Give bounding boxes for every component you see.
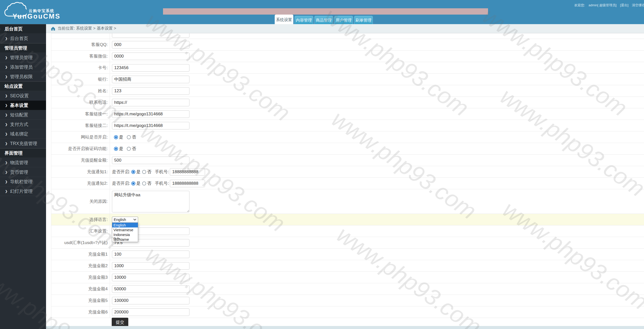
amount1-input[interactable] (112, 251, 189, 258)
form-row-captcha: 是否开启验证码功能: 是 否 (51, 143, 644, 155)
tab-order-manage[interactable]: 刷单管理 (354, 16, 373, 24)
form-row-amount6: 充值金额6 (51, 306, 644, 318)
sidebar-item-domain-bind[interactable]: ❯域名绑定 (0, 129, 46, 139)
field-label: 客服微信: (51, 51, 108, 62)
chevron-right-icon: ❯ (5, 142, 8, 145)
breadcrumb-text: 当前位置: 系统设置 > 基本设置 > (58, 26, 116, 31)
sidebar-item-admin-manage[interactable]: ❯管理员管理 (0, 53, 46, 62)
sidebar-item-add-admin[interactable]: ❯添加管理员 (0, 62, 46, 72)
notify2-no-radio[interactable] (142, 181, 146, 185)
form-row-amount3: 充值金额3 (51, 272, 644, 283)
field-label: 网站是否开启: (51, 131, 108, 143)
chevron-right-icon: ❯ (5, 104, 8, 107)
home-icon[interactable] (51, 26, 56, 31)
field-label: 充值通知1: (51, 166, 108, 177)
tab-goods-manage[interactable]: 商品管理 (314, 16, 333, 24)
field-label: 充值金额5 (51, 295, 108, 306)
field-label: usdt汇率(1usdt=?卢比) (51, 237, 108, 248)
amount2-input[interactable] (112, 262, 189, 270)
chevron-right-icon: ❯ (5, 65, 8, 69)
field-label: 充值金额6 (51, 306, 108, 318)
form-row-close-reason: 关闭原因: 网站升级中aa (51, 189, 644, 214)
language-option-hindi[interactable]: हिंदीName (112, 237, 138, 242)
field-label: 充值金额3 (51, 272, 108, 283)
chevron-right-icon: ❯ (5, 94, 8, 98)
contact-phone-input[interactable] (112, 99, 189, 106)
field-label: 姓名: (51, 85, 108, 97)
language-select[interactable]: English (112, 217, 138, 223)
sidebar-item-logistics[interactable]: ❯物流管理 (0, 158, 46, 167)
sidebar-section-ui-manage: 界面管理 (0, 148, 46, 158)
close-reason-textarea[interactable]: 网站升级中aa (112, 191, 189, 212)
chevron-down-icon (133, 219, 136, 221)
form-row-service-link2: 客服链接二: (51, 120, 644, 131)
sidebar-item-currency[interactable]: ❯货币管理 (0, 167, 46, 177)
captcha-no-radio[interactable] (127, 147, 131, 151)
field-label: 卡号: (51, 62, 108, 73)
field-label: 充值提醒金额: (51, 155, 108, 166)
field-label: 充值金额2 (51, 260, 108, 271)
tab-content-manage[interactable]: 内容管理 (295, 16, 313, 24)
amount5-input[interactable] (112, 297, 189, 304)
form-row-language: 选择语言: English English Vietnamese Indones… (51, 214, 644, 225)
sidebar-section-dashboard: 后台首页 (0, 24, 46, 34)
sidebar-item-seo[interactable]: ❯SEO设置 (0, 91, 46, 101)
sidebar-section-admin-manage: 管理员管理 (0, 43, 46, 53)
sidebar-item-pay-method[interactable]: ❯支付方式 (0, 120, 46, 129)
chevron-right-icon: ❯ (5, 170, 8, 174)
logo[interactable]: 云购夺宝系统 YunGouCMS (4, 2, 56, 24)
name-input[interactable] (112, 87, 189, 95)
recharge-remind-input[interactable] (112, 157, 189, 164)
sidebar-item-admin-rights[interactable]: ❯管理员权限 (0, 72, 46, 81)
field-label: 汇率设置: (51, 225, 108, 237)
field-label: 客服QQ: (51, 39, 108, 50)
field-label: 充值通知2: (51, 178, 108, 189)
sidebar-item-trx-recharge[interactable]: ❯TRX充值管理 (0, 139, 46, 148)
sidebar-item-basic-settings[interactable]: ❯基本设置 (0, 101, 46, 110)
welcome-label: 欢迎您: (574, 3, 585, 7)
form-row-submit: 提交 (51, 318, 644, 326)
form-row-service-wechat: 客服微信: (51, 51, 644, 62)
form-row-contact-phone: 联系电话: (51, 97, 644, 108)
service-qq-input[interactable] (112, 41, 189, 49)
sidebar-item-sms-config[interactable]: ❯短信配置 (0, 110, 46, 120)
bank-input[interactable] (112, 76, 189, 83)
language-option-indonesia[interactable]: Indonesia (112, 232, 138, 237)
tab-system-settings[interactable]: 系统设置 (275, 15, 293, 24)
captcha-yes-radio[interactable] (114, 147, 118, 151)
form-row-service-qq: 客服QQ: (51, 39, 644, 51)
notify1-no-radio[interactable] (142, 170, 146, 174)
site-open-yes-radio[interactable] (114, 135, 118, 139)
tab-user-manage[interactable]: 用户管理 (334, 16, 353, 24)
notify1-phone-input[interactable] (170, 168, 205, 176)
service-wechat-input[interactable] (112, 53, 189, 60)
chevron-right-icon: ❯ (5, 132, 8, 136)
logo-title: YunGouCMS (13, 13, 61, 20)
logout-link[interactable]: [退出] (620, 3, 628, 7)
amount3-input[interactable] (112, 274, 189, 281)
top-header: 云购夺宝系统 YunGouCMS 欢迎您:admin[ 超级管理员][退出]清空… (0, 0, 644, 24)
language-option-english[interactable]: English (112, 223, 138, 227)
language-option-vietnamese[interactable]: Vietnamese (112, 227, 138, 232)
clear-cache-link[interactable]: 清空缓存 (632, 3, 644, 7)
amount4-input[interactable] (112, 285, 189, 293)
form-row-name: 姓名: (51, 85, 644, 97)
service-link1-input[interactable] (112, 110, 189, 118)
sidebar-item-navbar-manage[interactable]: ❯导航栏管理 (0, 177, 46, 186)
form-row-recharge-notify1: 充值通知1: 是否开启: 是 否 手机号: (51, 166, 644, 178)
clipped-input[interactable] (112, 33, 189, 38)
notify1-yes-radio[interactable] (131, 170, 135, 174)
chevron-right-icon: ❯ (5, 56, 8, 59)
amount6-input[interactable] (112, 308, 189, 316)
chevron-right-icon: ❯ (5, 161, 8, 164)
submit-button[interactable]: 提交 (112, 318, 128, 327)
card-number-input[interactable] (112, 64, 189, 72)
sidebar-item-slideshow[interactable]: ❯幻灯片管理 (0, 186, 46, 196)
service-link2-input[interactable] (112, 122, 189, 129)
notify2-yes-radio[interactable] (131, 181, 135, 185)
form-row-service-link1: 客服链接一: (51, 108, 644, 120)
sidebar-item-dashboard[interactable]: ❯后台首页 (0, 34, 46, 43)
settings-form: 客服QQ: 客服微信: 卡号: 银行: 姓名: 联系电话: 客服链接一: (51, 33, 644, 326)
site-open-no-radio[interactable] (127, 135, 131, 139)
notify2-phone-input[interactable] (170, 180, 205, 187)
